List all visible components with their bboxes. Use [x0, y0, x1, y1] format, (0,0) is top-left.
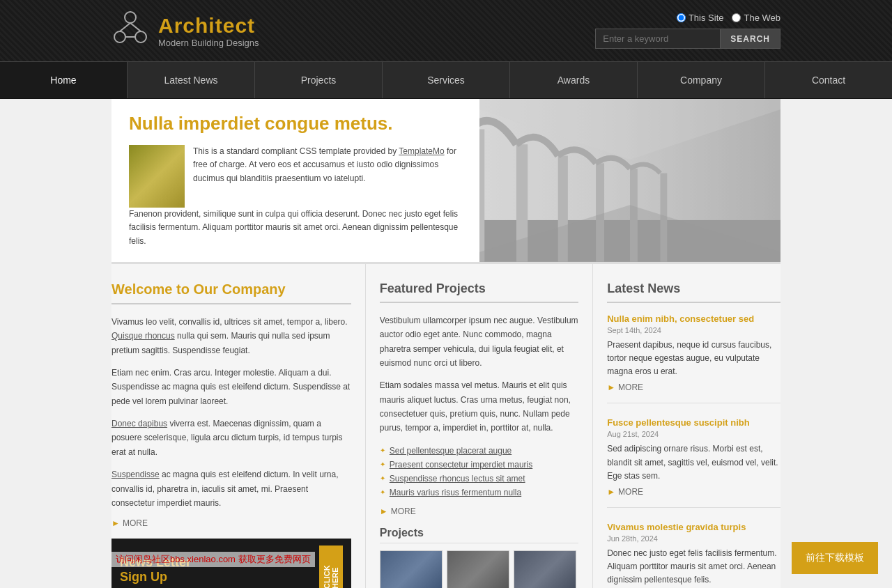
news-date-2: Aug 21st, 2024 [607, 430, 780, 438]
project-thumb-2[interactable] [447, 550, 509, 588]
hero-link[interactable]: TemplateMo [399, 146, 444, 156]
project-thumbs [380, 550, 578, 588]
news-text-1: Praesent dapibus, neque id cursus faucib… [607, 339, 780, 379]
welcome-link3[interactable]: Suspendisse [112, 470, 160, 479]
logo-title: Architect [158, 14, 259, 38]
radio-the-web[interactable]: The Web [732, 13, 780, 23]
news-title-3[interactable]: Vivamus molestie gravida turpis [607, 522, 780, 532]
news-text-2: Sed adipiscing ornare risus. Morbi est e… [607, 442, 780, 483]
project-link-1[interactable]: Sed pellentesque placerat augue [390, 446, 512, 456]
hero-image-right [479, 99, 780, 262]
radio-the-web-input[interactable] [732, 13, 741, 22]
welcome-para2: Etiam nec enim. Cras arcu. Integer moles… [112, 366, 351, 408]
news-text-3: Donec nec justo eget felis facilisis fer… [607, 547, 780, 587]
arch-image [479, 99, 780, 262]
featured-projects-heading: Featured Projects [380, 281, 578, 303]
svg-point-0 [125, 12, 136, 23]
radio-row: This Site The Web [677, 13, 780, 23]
news-title-2[interactable]: Fusce pellentesque suscipit nibh [607, 417, 780, 428]
header: Architect Modern Building Designs This S… [0, 0, 892, 61]
hero-text2: Fanenon provident, similique sunt in cul… [129, 208, 462, 248]
welcome-para1: Vivamus leo velit, convallis id, ultrice… [112, 315, 351, 357]
main-wrapper: Nulla imperdiet congue metus. This is a … [0, 99, 892, 588]
nav-item-projects[interactable]: Projects [255, 62, 383, 98]
project-thumb-1[interactable] [380, 550, 443, 588]
nav-item-company[interactable]: Company [638, 62, 765, 98]
search-input[interactable] [595, 29, 721, 49]
hero-image-placeholder [129, 145, 185, 208]
hero-text-pre: This is a standard compliant CSS templat… [193, 146, 397, 156]
radio-this-site[interactable]: This Site [677, 13, 724, 23]
nav-item-awards[interactable]: Awards [510, 62, 638, 98]
logo-title-pre: Arch [158, 14, 208, 37]
watermark: 访问闲鸟社区bbs.xienlao.com 获取更多免费网页 [112, 552, 315, 567]
featured-projects-para2: Etiam sodales massa vel metus. Mauris et… [380, 378, 578, 435]
news-item-2: Fusce pellentesque suscipit nibh Aug 21s… [607, 417, 780, 508]
newsletter-line2: Sign Up [120, 570, 191, 585]
latest-news-heading: Latest News [607, 281, 780, 303]
newsletter-click-button[interactable]: CLICK HERE [319, 546, 343, 588]
news-more-link-1[interactable]: ► MORE [607, 382, 780, 392]
welcome-heading: Welcome to Our Company [112, 281, 351, 304]
search-area: This Site The Web SEARCH [595, 13, 780, 49]
news-more-label-1: MORE [618, 382, 643, 392]
welcome-more-link[interactable]: ► MORE [112, 518, 351, 528]
project-link-4[interactable]: Mauris varius risus fermentum nulla [390, 488, 521, 497]
more-arrow-icon: ► [112, 518, 120, 528]
svg-point-2 [135, 31, 146, 42]
more-arrow-icon: ► [380, 506, 388, 516]
featured-projects-intro: Vestibulum ullamcorper ipsum nec augue. … [380, 314, 578, 371]
project-list-item: Praesent consectetur imperdiet mauris [380, 458, 578, 472]
search-button[interactable]: SEARCH [721, 29, 780, 49]
radio-this-site-input[interactable] [677, 13, 686, 22]
welcome-para4: Suspendisse ac magna quis est eleifend d… [112, 467, 351, 510]
logo-title-highlight: i [208, 14, 215, 37]
columns: Welcome to Our Company Vivamus leo velit… [112, 264, 780, 588]
welcome-heading-rest: to Our Company [172, 281, 285, 297]
welcome-para3: Donec dapibus viverra est. Maecenas dign… [112, 417, 351, 459]
navigation: Home Latest News Projects Services Award… [0, 61, 892, 99]
featured-more-link[interactable]: ► MORE [380, 506, 578, 516]
download-button[interactable]: 前往下载模板 [792, 542, 878, 574]
nav-item-latest-news[interactable]: Latest News [128, 62, 255, 98]
radio-this-site-label: This Site [689, 13, 724, 23]
news-date-3: Jun 28th, 2024 [607, 534, 780, 543]
logo-area: Architect Modern Building Designs [112, 10, 259, 51]
news-date-1: Sept 14th, 2024 [607, 326, 780, 334]
project-list-item: Mauris varius risus fermentum nulla [380, 486, 578, 500]
project-link-3[interactable]: Suspendisse rhoncus lectus sit amet [390, 474, 525, 483]
svg-line-3 [120, 23, 130, 31]
welcome-link1[interactable]: Quisque rhoncus [112, 331, 175, 341]
logo-icon [112, 10, 150, 51]
search-row: SEARCH [595, 29, 780, 49]
nav-item-contact[interactable]: Contact [765, 62, 892, 98]
hero-title: Nulla imperdiet congue metus. [129, 113, 462, 134]
nav-item-home[interactable]: Home [0, 62, 128, 98]
project-list-item: Suspendisse rhoncus lectus sit amet [380, 472, 578, 486]
svg-rect-10 [479, 129, 484, 261]
welcome-link2[interactable]: Donec dapibus [112, 419, 167, 428]
project-link-2[interactable]: Praesent consectetur imperdiet mauris [390, 460, 532, 470]
svg-point-1 [114, 31, 125, 42]
news-more-label-2: MORE [618, 487, 643, 497]
news-item-3: Vivamus molestie gravida turpis Jun 28th… [607, 522, 780, 588]
welcome-more-label: MORE [123, 518, 148, 528]
col-latest-news: Latest News Nulla enim nibh, consectetue… [593, 264, 780, 588]
welcome-heading-highlight: Welcome [112, 281, 172, 297]
project-list: Sed pellentesque placerat augue Praesent… [380, 444, 578, 500]
news-item-1: Nulla enim nibh, consectetuer sed Sept 1… [607, 314, 780, 404]
logo-subtitle: Modern Building Designs [158, 38, 259, 48]
featured-more-label: MORE [391, 506, 416, 516]
news-more-link-2[interactable]: ► MORE [607, 487, 780, 497]
hero-content: Nulla imperdiet congue metus. This is a … [112, 99, 479, 262]
col-featured-projects: Featured Projects Vestibulum ullamcorper… [366, 264, 593, 588]
col-welcome: Welcome to Our Company Vivamus leo velit… [112, 264, 366, 588]
more-arrow-icon: ► [607, 382, 615, 392]
more-arrow-icon: ► [607, 487, 615, 497]
nav-item-services[interactable]: Services [383, 62, 510, 98]
radio-the-web-label: The Web [744, 13, 780, 23]
news-title-1[interactable]: Nulla enim nibh, consectetuer sed [607, 314, 780, 324]
svg-line-4 [130, 23, 141, 31]
logo-title-post: tect [215, 14, 255, 37]
project-thumb-3[interactable] [514, 550, 576, 588]
